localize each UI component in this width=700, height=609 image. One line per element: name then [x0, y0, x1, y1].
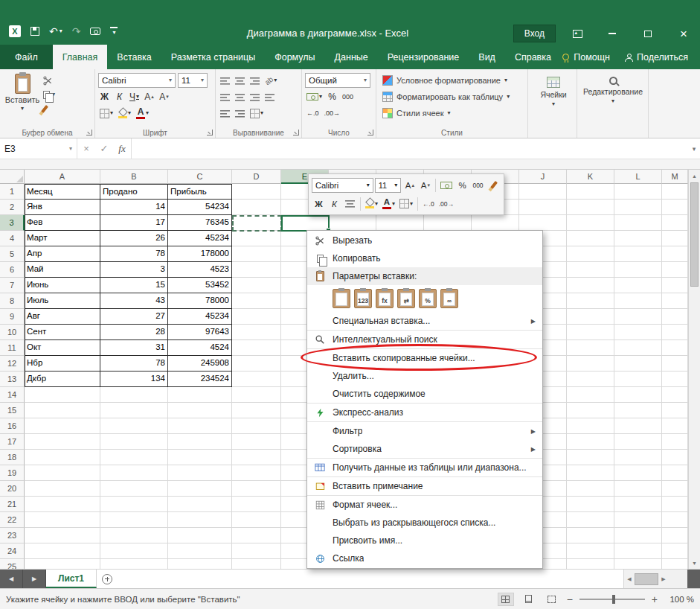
cell-C16[interactable]	[168, 418, 232, 434]
menu-item-insert-copied-cells[interactable]: Вставить скопированные ячейки...	[307, 349, 542, 367]
cell-G3[interactable]	[376, 215, 424, 231]
menu-item-copy[interactable]: Копировать	[307, 249, 542, 267]
cell-L6[interactable]	[614, 262, 662, 278]
cell-M13[interactable]	[662, 372, 688, 387]
cell-K10[interactable]	[567, 325, 614, 340]
cell-A21[interactable]	[25, 497, 100, 512]
cell-M7[interactable]	[662, 278, 688, 293]
cell-M4[interactable]	[662, 231, 688, 246]
cell-C21[interactable]	[168, 497, 232, 512]
cell-A22[interactable]	[25, 512, 100, 528]
paste-icon[interactable]	[333, 289, 350, 308]
percent-style-button[interactable]: %	[326, 90, 338, 103]
row-header-5[interactable]: 5	[0, 246, 25, 262]
cell-M16[interactable]	[662, 418, 688, 434]
cell-M6[interactable]	[662, 262, 688, 278]
scroll-up-icon[interactable]: ▲	[689, 170, 700, 182]
grow-font-button[interactable]: А▴	[143, 90, 155, 103]
customize-qat-button[interactable]: ▾	[110, 27, 118, 36]
font-color-button[interactable]: А▾	[135, 106, 150, 120]
cell-D3[interactable]	[232, 215, 281, 231]
cell-D11[interactable]	[232, 340, 281, 356]
cell-A19[interactable]	[25, 465, 100, 481]
tab-file[interactable]: Файл	[0, 45, 53, 69]
cells-button[interactable]: Ячейки ▾	[531, 72, 576, 107]
cell-C12[interactable]: 245908	[168, 356, 232, 372]
cell-K5[interactable]	[567, 246, 614, 262]
number-format-combo[interactable]: Общий▾	[305, 73, 370, 88]
cell-L8[interactable]	[614, 293, 662, 309]
cell-C10[interactable]: 97643	[168, 325, 232, 340]
next-sheet-button[interactable]: ▶	[23, 570, 46, 588]
row-header-7[interactable]: 7	[0, 278, 25, 293]
menu-item-insert-comment[interactable]: Вставить примечание	[307, 477, 542, 495]
comma-style-button[interactable]: 000	[341, 90, 355, 103]
cell-A13[interactable]: Дкбр	[25, 372, 100, 387]
new-sheet-button[interactable]	[97, 570, 118, 588]
cell-D4[interactable]	[232, 231, 281, 246]
cell-L4[interactable]	[614, 231, 662, 246]
cell-A9[interactable]: Авг	[25, 309, 100, 325]
menu-item-smart-lookup[interactable]: Интеллектуальный поиск	[307, 331, 542, 348]
increase-decimal-button[interactable]: ←.0	[305, 106, 321, 120]
cell-K11[interactable]	[567, 340, 614, 356]
paste-values-icon[interactable]: 123	[354, 289, 372, 308]
cell-B5[interactable]: 78	[100, 246, 168, 262]
vertical-scrollbar[interactable]: ▲ ▼	[688, 170, 700, 569]
wrap-text-button[interactable]	[263, 90, 276, 103]
row-header-22[interactable]: 22	[0, 512, 25, 528]
cell-K22[interactable]	[567, 512, 614, 528]
cell-J2[interactable]	[519, 200, 567, 215]
cell-L10[interactable]	[614, 325, 662, 340]
cell-L17[interactable]	[614, 434, 662, 450]
cell-B24[interactable]	[100, 543, 168, 559]
name-box[interactable]: E3▾	[0, 138, 77, 159]
align-right-button[interactable]	[248, 90, 261, 103]
row-header-3[interactable]: 3	[0, 215, 25, 231]
cell-M14[interactable]	[662, 387, 688, 403]
cell-D21[interactable]	[232, 497, 281, 512]
cell-E3[interactable]	[281, 215, 329, 231]
cell-L20[interactable]	[614, 481, 662, 497]
align-top-button[interactable]	[219, 74, 231, 87]
column-header-J[interactable]: J	[519, 170, 567, 184]
cell-L14[interactable]	[614, 387, 662, 403]
cell-D12[interactable]	[232, 356, 281, 372]
cell-C23[interactable]	[168, 528, 232, 543]
cell-B25[interactable]	[100, 559, 168, 569]
cell-K13[interactable]	[567, 372, 614, 387]
cell-D2[interactable]	[232, 200, 281, 215]
cell-A16[interactable]	[25, 418, 100, 434]
row-header-15[interactable]: 15	[0, 403, 25, 418]
mini-italic-button[interactable]: К	[327, 197, 341, 211]
cell-C22[interactable]	[168, 512, 232, 528]
menu-item-clear-contents[interactable]: Очистить содержимое	[307, 385, 542, 403]
clipboard-dialog-launcher-icon[interactable]	[86, 130, 92, 135]
enter-button[interactable]: ✓	[95, 138, 113, 159]
menu-item-pick-from-list[interactable]: Выбрать из раскрывающегося списка...	[307, 514, 542, 532]
scroll-left-icon[interactable]: ◀	[624, 576, 635, 582]
cell-M12[interactable]	[662, 356, 688, 372]
cell-A1[interactable]: Месяц	[25, 184, 100, 200]
cell-C15[interactable]	[168, 403, 232, 418]
cell-K7[interactable]	[567, 278, 614, 293]
cell-K2[interactable]	[567, 200, 614, 215]
orientation-button[interactable]: ab▾	[263, 74, 278, 87]
cell-J3[interactable]	[519, 215, 567, 231]
formula-bar-expand-button[interactable]: ▾	[688, 138, 700, 159]
cell-B17[interactable]	[100, 434, 168, 450]
cell-C7[interactable]: 53452	[168, 278, 232, 293]
cell-M24[interactable]	[662, 543, 688, 559]
scroll-right-icon[interactable]: ▶	[658, 576, 669, 582]
column-header-M[interactable]: M	[662, 170, 688, 184]
cell-A7[interactable]: Июнь	[25, 278, 100, 293]
cell-C5[interactable]: 178000	[168, 246, 232, 262]
cell-C18[interactable]	[168, 450, 232, 465]
cell-A14[interactable]	[25, 387, 100, 403]
cell-B12[interactable]: 78	[100, 356, 168, 372]
cell-C25[interactable]	[168, 559, 232, 569]
tab-Вставка[interactable]: Вставка	[107, 45, 161, 69]
cell-C14[interactable]	[168, 387, 232, 403]
decrease-indent-button[interactable]	[219, 106, 231, 120]
camera-button[interactable]	[90, 28, 100, 35]
